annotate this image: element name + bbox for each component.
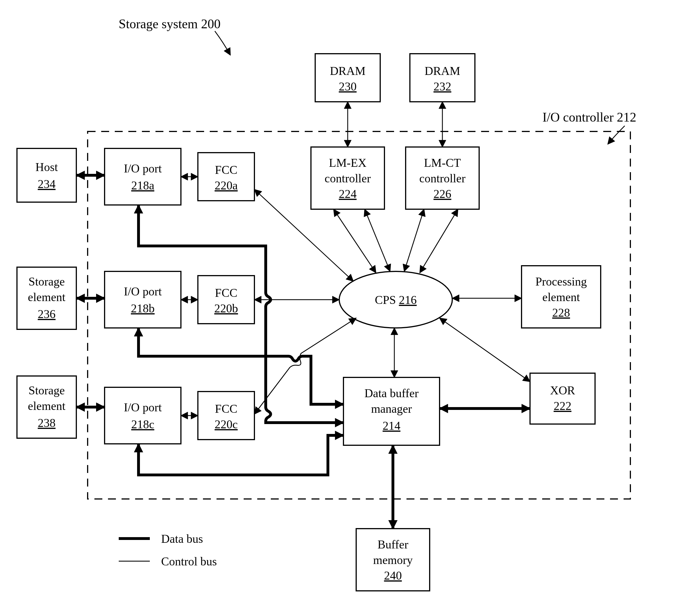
ctl-fccc-cps [254, 318, 356, 414]
svg-text:226: 226 [434, 187, 451, 200]
svg-text:I/O port: I/O port [124, 285, 162, 298]
svg-text:XOR: XOR [550, 384, 575, 397]
svg-text:234: 234 [38, 177, 56, 191]
cps-node: CPS 216 [339, 271, 452, 328]
svg-text:element: element [542, 291, 580, 304]
svg-rect-0 [17, 148, 76, 202]
svg-text:I/O port: I/O port [124, 401, 162, 414]
fcc-b: FCC 220b [198, 276, 254, 324]
svg-text:Data bus: Data bus [161, 532, 203, 545]
lm-ct: LM-CT controller 226 [406, 147, 479, 209]
title-arrow [215, 31, 230, 55]
svg-rect-17 [105, 387, 181, 444]
svg-text:FCC: FCC [215, 286, 237, 299]
svg-text:controller: controller [325, 172, 371, 185]
io-port-c: I/O port 218c [105, 387, 181, 444]
svg-text:Processing: Processing [535, 275, 587, 288]
svg-text:218a: 218a [131, 179, 154, 192]
diagram: Storage system 200 I/O controller 212 Ho… [0, 0, 692, 616]
legend: Data bus Control bus [119, 532, 217, 568]
svg-rect-11 [105, 148, 181, 205]
svg-text:FCC: FCC [215, 402, 237, 415]
host-block: Host 234 [17, 148, 76, 202]
svg-text:Storage: Storage [28, 275, 65, 288]
storage-element-1: Storage element 236 [17, 267, 76, 330]
ctl-lmct-cps-1 [404, 209, 424, 271]
storage-element-2: Storage element 238 [17, 376, 76, 438]
svg-rect-23 [198, 276, 254, 324]
svg-rect-32 [410, 54, 475, 102]
svg-text:element: element [28, 291, 66, 304]
io-port-b: I/O port 218b [105, 271, 181, 328]
svg-text:Control bus: Control bus [161, 555, 217, 568]
svg-text:DRAM: DRAM [330, 64, 366, 78]
processing-element: Processing element 228 [522, 266, 601, 328]
svg-rect-20 [198, 153, 254, 201]
svg-text:CPS 216: CPS 216 [375, 294, 417, 306]
svg-text:218b: 218b [131, 302, 155, 315]
title-text: Storage system 200 [119, 17, 220, 31]
svg-text:controller: controller [419, 172, 465, 185]
svg-text:Storage: Storage [28, 384, 65, 397]
svg-text:FCC: FCC [215, 164, 237, 176]
svg-text:Data buffer: Data buffer [364, 387, 419, 400]
ctl-cps-xor [439, 318, 530, 382]
fcc-c: FCC 220c [198, 391, 254, 440]
svg-text:element: element [28, 400, 66, 412]
svg-text:228: 228 [553, 306, 570, 319]
dram-2: DRAM 232 [410, 54, 475, 102]
xor-block: XOR 222 [530, 373, 595, 424]
lm-ex: LM-EX controller 224 [311, 147, 385, 209]
svg-rect-47 [530, 373, 595, 424]
fcc-a: FCC 220a [198, 153, 254, 201]
io-port-a: I/O port 218a [105, 148, 181, 205]
ctl-lmex-cps-1 [333, 209, 376, 273]
controller-label: I/O controller 212 [542, 110, 636, 124]
svg-text:222: 222 [554, 400, 571, 412]
svg-text:memory: memory [373, 554, 413, 567]
svg-text:LM-EX: LM-EX [329, 156, 367, 169]
svg-text:236: 236 [38, 307, 56, 321]
data-buffer-manager: Data buffer manager 214 [343, 377, 439, 445]
svg-text:220a: 220a [215, 179, 238, 192]
ctl-lmct-cps-2 [420, 209, 458, 273]
svg-rect-29 [315, 54, 380, 102]
svg-text:230: 230 [339, 80, 357, 93]
svg-text:238: 238 [38, 417, 56, 429]
svg-text:I/O port: I/O port [124, 162, 162, 175]
svg-text:232: 232 [434, 80, 451, 93]
svg-text:240: 240 [384, 569, 402, 582]
svg-text:LM-CT: LM-CT [424, 156, 461, 169]
svg-text:220c: 220c [215, 418, 238, 431]
controller-arrow [608, 126, 625, 144]
svg-rect-26 [198, 391, 254, 440]
svg-text:DRAM: DRAM [425, 64, 460, 78]
svg-text:manager: manager [371, 402, 412, 415]
svg-text:224: 224 [339, 187, 357, 200]
svg-text:220b: 220b [214, 302, 238, 315]
buffer-memory: Buffer memory 240 [356, 529, 430, 591]
svg-text:214: 214 [383, 419, 401, 432]
svg-text:Buffer: Buffer [378, 538, 409, 551]
svg-rect-14 [105, 271, 181, 328]
svg-text:218c: 218c [131, 418, 154, 431]
dram-1: DRAM 230 [315, 54, 380, 102]
svg-text:Host: Host [35, 161, 58, 174]
